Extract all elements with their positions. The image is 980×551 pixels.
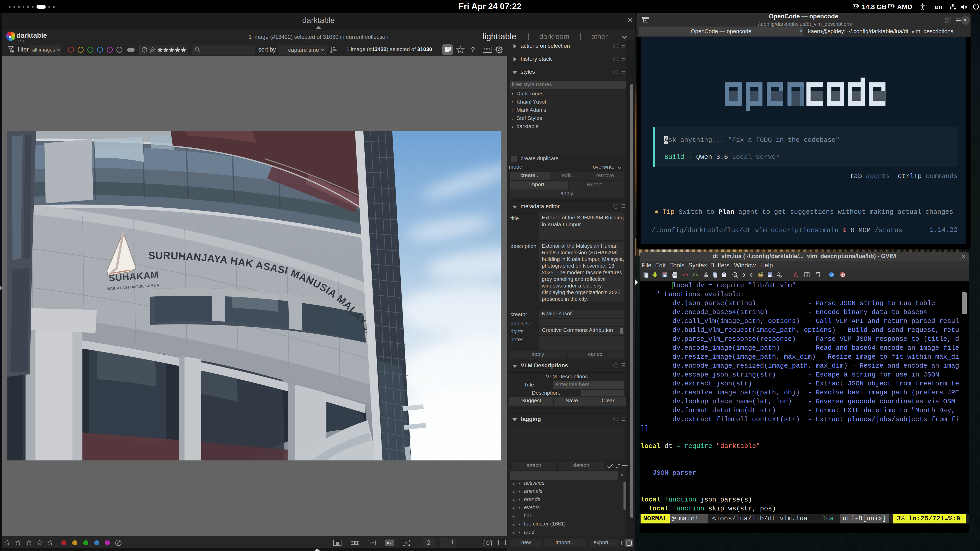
svg-text:?: ? — [830, 273, 833, 277]
svg-text:XY: XY — [387, 541, 392, 545]
svg-text:XY: XY — [369, 541, 374, 545]
